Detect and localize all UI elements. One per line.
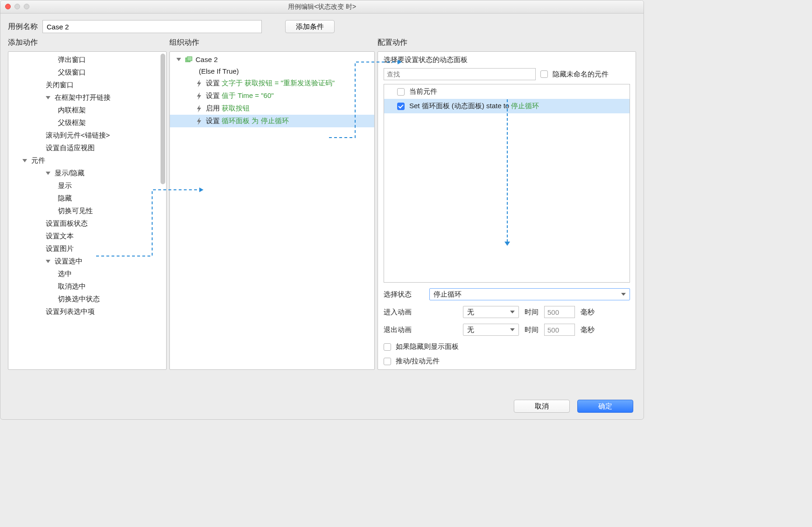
tree-item-set-selected[interactable]: 设置选中: [8, 255, 166, 268]
push-pull-label: 推动/拉动元件: [396, 357, 440, 366]
configure-action-column: 配置动作 选择要设置状态的动态面板 隐藏未命名的元件 当前元件: [378, 38, 636, 370]
action-row[interactable]: 设置 值于 Time = "60": [170, 90, 374, 102]
action-bolt-icon: [196, 92, 203, 100]
anim-in-label: 进入动画: [384, 308, 424, 317]
widget-list[interactable]: 当前元件 Set 循环面板 (动态面板) state to 停止循环: [384, 84, 630, 283]
action-bolt-icon: [196, 80, 203, 87]
ms-unit: 毫秒: [581, 326, 595, 334]
anim-in-dropdown[interactable]: 无: [463, 306, 519, 318]
time-label: 时间: [525, 308, 539, 317]
select-state-label: 选择状态: [384, 290, 424, 299]
tree-item-hide[interactable]: 隐藏: [8, 192, 166, 205]
action-row-selected[interactable]: 设置 循环面板 为 停止循环: [170, 115, 374, 127]
dynamic-panel-icon: [185, 56, 193, 63]
tree-item-set-adaptive-view[interactable]: 设置自适应视图: [8, 142, 166, 154]
case-name-label: 用例名称: [8, 22, 38, 32]
chevron-down-icon: [46, 96, 50, 99]
tree-item-popup-window[interactable]: 弹出窗口: [8, 54, 166, 66]
close-window-icon[interactable]: [5, 4, 11, 9]
traffic-lights: [5, 4, 29, 9]
show-if-hidden-checkbox[interactable]: [384, 343, 391, 351]
add-action-panel: 弹出窗口 父级窗口 关闭窗口 在框架中打开链接 内联框架 父级框架 滚动到元件<…: [8, 51, 167, 370]
case-editor-window: 用例编辑<状态改变 时> 用例名称 添加条件 添加动作 弹出窗口 父级窗口 关闭…: [0, 0, 644, 420]
case-condition: (Else If True): [170, 65, 374, 77]
titlebar: 用例编辑<状态改变 时>: [0, 0, 644, 14]
anim-out-dropdown[interactable]: 无: [463, 324, 519, 336]
anim-out-time-input: [544, 324, 575, 336]
tree-item-show[interactable]: 显示: [8, 180, 166, 192]
organize-action-panel: Case 2 (Else If True) 设置 文字于 获取按钮 = "重新发…: [169, 51, 375, 370]
chevron-down-icon: [510, 311, 515, 313]
organize-action-heading: 组织动作: [169, 38, 375, 48]
cfg-section-title: 选择要设置状态的动态面板: [384, 55, 630, 64]
case-tree: Case 2 (Else If True) 设置 文字于 获取按钮 = "重新发…: [170, 52, 374, 129]
zoom-window-icon[interactable]: [24, 4, 29, 9]
case-title: Case 2: [196, 55, 218, 63]
action-row[interactable]: 启用 获取按钮: [170, 102, 374, 115]
tree-item-toggle-selected[interactable]: 切换选中状态: [8, 293, 166, 305]
annotation-arrow-icon: [507, 99, 508, 242]
svg-rect-1: [187, 56, 192, 61]
tree-item-parent-window[interactable]: 父级窗口: [8, 66, 166, 79]
configure-action-heading: 配置动作: [378, 38, 636, 48]
tree-group-widgets[interactable]: 元件: [8, 154, 166, 167]
anim-in-time-input: [544, 306, 575, 318]
select-state-dropdown[interactable]: 停止循环: [429, 288, 630, 300]
configure-action-panel: 选择要设置状态的动态面板 隐藏未命名的元件 当前元件 Set 循: [378, 51, 636, 370]
add-action-column: 添加动作 弹出窗口 父级窗口 关闭窗口 在框架中打开链接 内联框架 父级框架 滚…: [8, 38, 167, 370]
ok-button[interactable]: 确定: [577, 400, 633, 413]
header-row: 用例名称 添加条件: [0, 14, 644, 38]
checkbox[interactable]: [397, 88, 405, 96]
tree-item-set-text[interactable]: 设置文本: [8, 230, 166, 243]
chevron-down-icon: [621, 293, 626, 296]
tree-item-close-window[interactable]: 关闭窗口: [8, 79, 166, 91]
tree-item-inline-frame[interactable]: 内联框架: [8, 104, 166, 117]
ms-unit: 毫秒: [581, 308, 595, 317]
tree-item-selected[interactable]: 选中: [8, 268, 166, 280]
tree-item-unselected[interactable]: 取消选中: [8, 280, 166, 293]
chevron-down-icon: [176, 58, 181, 61]
case-node[interactable]: Case 2: [170, 54, 374, 65]
organize-action-column: 组织动作 Case 2 (Else If True) 设置 文字于 获取按钮 =…: [169, 38, 375, 370]
action-bolt-icon: [196, 118, 203, 125]
minimize-window-icon[interactable]: [14, 4, 20, 9]
show-if-hidden-label: 如果隐藏则显示面板: [396, 342, 459, 351]
action-row[interactable]: 设置 文字于 获取按钮 = "重新发送验证码": [170, 77, 374, 90]
tree-item-scroll-to-anchor[interactable]: 滚动到元件<锚链接>: [8, 129, 166, 142]
window-title: 用例编辑<状态改变 时>: [288, 3, 356, 11]
hide-unnamed-label: 隐藏未命名的元件: [553, 70, 609, 79]
chevron-down-icon: [510, 328, 515, 331]
scrollbar[interactable]: [161, 54, 165, 184]
anim-out-label: 退出动画: [384, 326, 424, 334]
tree-item-set-image[interactable]: 设置图片: [8, 243, 166, 255]
tree-item-set-panel-state[interactable]: 设置面板状态: [8, 217, 166, 230]
chevron-down-icon: [46, 260, 50, 263]
chevron-down-icon: [22, 159, 27, 162]
action-tree: 弹出窗口 父级窗口 关闭窗口 在框架中打开链接 内联框架 父级框架 滚动到元件<…: [8, 52, 166, 320]
tree-item-toggle-visibility[interactable]: 切换可见性: [8, 205, 166, 217]
checkbox-checked[interactable]: [397, 103, 405, 110]
case-name-input[interactable]: [42, 20, 262, 33]
push-pull-checkbox[interactable]: [384, 358, 391, 365]
tree-item-parent-frame[interactable]: 父级框架: [8, 117, 166, 129]
list-row-current-widget[interactable]: 当前元件: [384, 84, 630, 99]
hide-unnamed-checkbox[interactable]: [540, 70, 548, 78]
add-condition-button[interactable]: 添加条件: [285, 20, 335, 33]
time-label: 时间: [525, 326, 539, 334]
tree-item-set-list-selection[interactable]: 设置列表选中项: [8, 305, 166, 318]
tree-item-open-in-frame[interactable]: 在框架中打开链接: [8, 91, 166, 104]
action-bolt-icon: [196, 105, 203, 112]
add-action-heading: 添加动作: [8, 38, 167, 48]
tree-item-show-hide[interactable]: 显示/隐藏: [8, 167, 166, 180]
cancel-button[interactable]: 取消: [514, 400, 570, 413]
footer-buttons: 取消 确定: [514, 400, 633, 413]
search-input[interactable]: [384, 68, 536, 80]
chevron-down-icon: [46, 172, 50, 175]
